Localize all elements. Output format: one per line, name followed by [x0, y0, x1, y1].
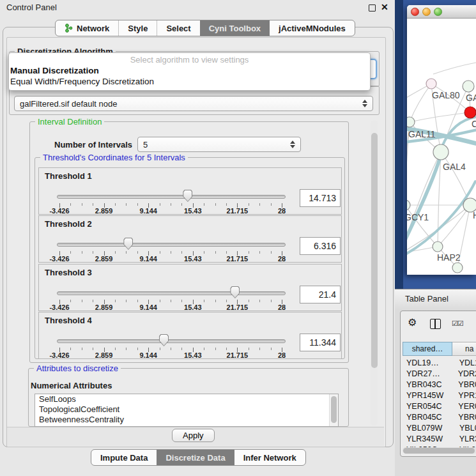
- attribute-item-topologicalcoefficient[interactable]: TopologicalCoefficient: [35, 404, 338, 415]
- tick-mark: [126, 251, 127, 254]
- tick-mark: [70, 251, 71, 254]
- tick-label: 28: [278, 255, 286, 263]
- tab-infer-network[interactable]: Infer Network: [234, 450, 305, 465]
- list-scrollbar-thumb[interactable]: [331, 396, 337, 423]
- network-node-label: GAL80: [432, 90, 460, 100]
- table-horizontal-scrollbar-thumb[interactable]: [403, 448, 475, 454]
- algorithm-option-manual-discretization[interactable]: Manual Discretization: [10, 66, 99, 75]
- network-node-label: GA: [466, 93, 476, 103]
- attribute-item-betweennesscentrality[interactable]: BetweennessCentrality: [35, 415, 338, 425]
- tick-mark: [204, 300, 204, 302]
- close-icon[interactable]: ✕: [381, 2, 388, 12]
- tab-impute-data[interactable]: Impute Data: [91, 450, 157, 465]
- number-of-intervals-combobox[interactable]: 5: [137, 137, 301, 152]
- network-node-c[interactable]: [464, 107, 476, 118]
- tab-cyni-toolbox[interactable]: Cyni Toolbox: [200, 20, 270, 36]
- tick-mark: [226, 251, 227, 254]
- slider-thumb[interactable]: [159, 334, 169, 346]
- algorithm-option-equal-width-frequency-discretization[interactable]: Equal Width/Frequency Discretization: [10, 77, 154, 86]
- panel-scrollbar[interactable]: [371, 120, 378, 426]
- network-edge[interactable]: [433, 63, 476, 74]
- table-row[interactable]: YPR145WYPR1: [403, 390, 476, 401]
- slider-track[interactable]: [57, 339, 286, 343]
- screenshot-root: Control Panel ✕ NetworkStyleSelectCyni T…: [0, 0, 476, 476]
- column-header-name[interactable]: na: [452, 342, 476, 356]
- threshold-value-field[interactable]: 11.344: [300, 334, 341, 351]
- threshold-value-field[interactable]: 14.713: [300, 189, 341, 207]
- stepper-icon: [362, 100, 367, 107]
- tick-label: 28: [278, 207, 286, 215]
- table-row[interactable]: YER054CYER0: [403, 401, 476, 412]
- slider-track[interactable]: [57, 195, 286, 199]
- table-row[interactable]: YBR043CYBR0: [403, 380, 476, 390]
- table-row[interactable]: YLR345WYLR3: [403, 434, 476, 445]
- tick-mark: [259, 251, 260, 254]
- table-row[interactable]: YDL19…YDL1: [403, 358, 476, 369]
- slider-track[interactable]: [57, 291, 286, 295]
- tick-mark: [82, 300, 82, 302]
- threshold-value-field[interactable]: 21.4: [300, 286, 341, 303]
- close-traffic-light-icon[interactable]: [411, 8, 419, 16]
- columns-icon[interactable]: [430, 319, 441, 329]
- attribute-item-selfloops[interactable]: SelfLoops: [35, 394, 338, 404]
- tab-label: jActiveMNodules: [279, 24, 346, 33]
- table-data-combobox[interactable]: galFiltered.sif default node: [14, 96, 373, 111]
- tab-discretize-data[interactable]: Discretize Data: [157, 450, 234, 465]
- numerical-attributes-list[interactable]: SelfLoopsTopologicalCoefficientBetweenne…: [35, 394, 339, 427]
- network-node[interactable]: [452, 263, 463, 273]
- panel-title: Control Panel: [6, 3, 57, 12]
- network-node-gcy1[interactable]: [407, 200, 410, 210]
- control-panel-tabs: NetworkStyleSelectCyni ToolboxjActiveMNo…: [55, 20, 355, 36]
- tick-label: -3.426: [49, 207, 69, 215]
- float-window-icon[interactable]: [369, 4, 376, 12]
- network-node-hap2[interactable]: [433, 242, 443, 252]
- table-row[interactable]: YBL079WYBL0: [403, 423, 476, 434]
- tab-style[interactable]: Style: [118, 20, 157, 36]
- network-node-gal4[interactable]: [433, 144, 449, 160]
- tick-label: 2.859: [95, 207, 113, 215]
- tab-label: Network: [77, 24, 109, 33]
- tick-mark: [249, 251, 249, 254]
- window-titlebar[interactable]: [407, 5, 476, 19]
- gear-icon[interactable]: ⚙: [408, 316, 417, 328]
- slider-thumb[interactable]: [230, 286, 240, 298]
- network-edge[interactable]: [410, 112, 470, 122]
- tab-jactivemnodules[interactable]: jActiveMNodules: [270, 20, 355, 36]
- tab-label: Discretize Data: [165, 453, 225, 463]
- table-row[interactable]: YDR27…YDR2: [403, 369, 476, 380]
- select-columns-icon[interactable]: ☑☑: [452, 319, 463, 328]
- table-row[interactable]: YBR045CYBR0: [403, 412, 476, 423]
- tick-mark: [171, 203, 171, 206]
- table-panel: ⚙ ☑☑ shared… na YDL19…YDL1YDR27…YDR2YBR0…: [400, 311, 476, 457]
- list-scrollbar[interactable]: [329, 394, 338, 426]
- cell-name: YLR3: [456, 434, 476, 445]
- cell-name: YDR2: [455, 369, 476, 380]
- panel-scrollbar-thumb[interactable]: [371, 133, 378, 368]
- tick-mark: [160, 203, 160, 206]
- tab-network[interactable]: Network: [56, 20, 118, 36]
- tick-mark: [249, 203, 249, 206]
- tick-mark: [215, 348, 216, 350]
- tick-mark: [93, 203, 93, 206]
- network-view[interactable]: GAL80GACGAL11GAL4GCY1HHAP2: [407, 19, 476, 275]
- slider-thumb[interactable]: [123, 238, 133, 250]
- network-node-label: H: [473, 210, 476, 220]
- tick-mark: [249, 348, 249, 350]
- apply-button[interactable]: Apply: [172, 429, 215, 442]
- network-node-gal80[interactable]: [426, 79, 436, 89]
- column-header-shared-name[interactable]: shared…: [403, 342, 452, 356]
- minimize-traffic-light-icon[interactable]: [422, 8, 431, 16]
- slider-track[interactable]: [57, 243, 286, 247]
- tick-label: 2.859: [95, 303, 113, 311]
- tick-label: 21.715: [227, 207, 249, 215]
- table-horizontal-scrollbar[interactable]: [403, 447, 476, 454]
- slider-thumb[interactable]: [183, 190, 192, 202]
- threshold-value-field[interactable]: 6.316: [300, 237, 341, 255]
- zoom-traffic-light-icon[interactable]: [434, 8, 442, 16]
- network-node-ga[interactable]: [463, 81, 474, 92]
- tab-select[interactable]: Select: [157, 20, 199, 36]
- network-node-gal11[interactable]: [407, 117, 415, 127]
- tick-mark: [160, 300, 160, 302]
- tick-label: 9.144: [139, 255, 157, 263]
- tab-label: Select: [166, 24, 190, 33]
